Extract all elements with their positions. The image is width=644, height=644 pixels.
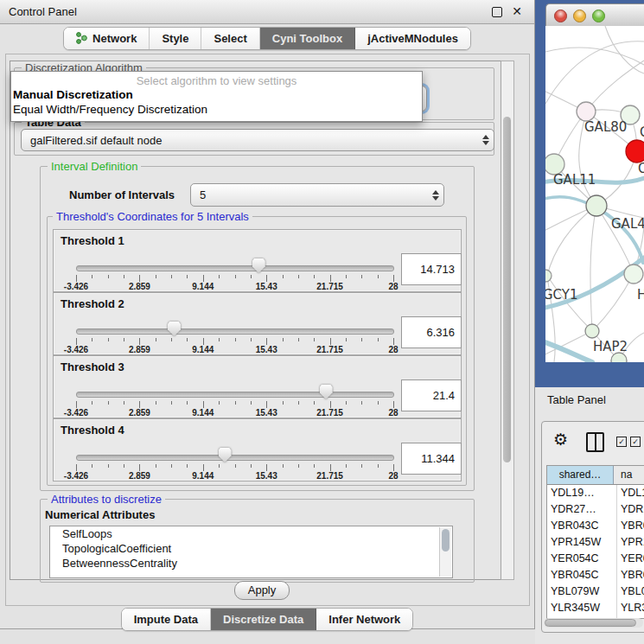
cell-shared-name[interactable]: YER054C bbox=[547, 551, 617, 567]
combobox-arrows-icon bbox=[428, 190, 443, 201]
thresholds-group-title: Threshold's Coordinates for 5 Intervals bbox=[53, 210, 252, 223]
attribute-item-betweennesscentrality[interactable]: BetweennessCentrality bbox=[50, 556, 452, 571]
algorithm-option-manual-discretization[interactable]: Manual Discretization bbox=[11, 87, 422, 102]
horizontal-scrollbar-thumb[interactable] bbox=[545, 619, 636, 627]
threshold-slider-track[interactable] bbox=[76, 328, 394, 335]
cell-name[interactable]: YDR2 bbox=[617, 501, 644, 518]
algorithm-popup-hint: Select algorithm to view settings bbox=[11, 74, 422, 87]
list-scrollbar[interactable] bbox=[439, 527, 451, 577]
network-node[interactable] bbox=[545, 270, 552, 282]
numerical-attributes-label: Numerical Attributes bbox=[45, 508, 155, 521]
tab-select[interactable]: Select bbox=[201, 28, 259, 49]
horizontal-scrollbar[interactable] bbox=[544, 618, 643, 628]
cell-name[interactable]: YBR0 bbox=[617, 567, 644, 583]
network-graph: GAL80GACGAL11GAL4GCY1HHAP2 bbox=[545, 26, 644, 362]
cell-name[interactable]: YLR3 bbox=[617, 600, 644, 616]
cell-name[interactable]: YPR1 bbox=[617, 534, 644, 551]
numerical-attributes-list[interactable]: SelfLoopsTopologicalCoefficientBetweenne… bbox=[49, 526, 453, 578]
column-header-shared-name[interactable]: shared… bbox=[547, 466, 614, 484]
table-row[interactable]: YBL079WYBL0 bbox=[547, 583, 644, 600]
table-row[interactable]: YDR27…YDR2 bbox=[547, 501, 644, 518]
float-window-icon[interactable] bbox=[492, 7, 502, 17]
table-row[interactable]: YER054CYER0 bbox=[547, 551, 644, 567]
cell-name[interactable]: YDL1 bbox=[617, 485, 644, 501]
zoom-traffic-light[interactable] bbox=[592, 10, 605, 22]
threshold-label: Threshold 3 bbox=[61, 360, 124, 373]
network-node[interactable] bbox=[586, 195, 607, 216]
checkbox-icon[interactable]: ✓ bbox=[630, 437, 641, 447]
network-node[interactable] bbox=[626, 140, 644, 163]
tab-style[interactable]: Style bbox=[150, 28, 201, 49]
vertical-scrollbar[interactable] bbox=[501, 61, 514, 580]
table-data-combobox[interactable]: galFiltered.sif default node bbox=[21, 129, 494, 151]
threshold-value-field[interactable]: 14.713 bbox=[401, 253, 462, 285]
network-node[interactable] bbox=[577, 102, 596, 121]
threshold-slider-track[interactable] bbox=[76, 392, 394, 398]
control-panel-titlebar[interactable]: Control Panel ✕ bbox=[0, 0, 534, 24]
cell-shared-name[interactable]: YBR045C bbox=[547, 567, 617, 583]
cell-shared-name[interactable]: YDL19… bbox=[547, 485, 617, 501]
cell-shared-name[interactable]: YBR043C bbox=[547, 518, 617, 534]
tab-impute-data[interactable]: Impute Data bbox=[122, 609, 211, 630]
threshold-slider-track[interactable] bbox=[76, 455, 394, 461]
column-header-name[interactable]: na bbox=[614, 466, 644, 484]
table-row[interactable]: YBR043CYBR0 bbox=[547, 518, 644, 534]
network-canvas[interactable]: GAL80GACGAL11GAL4GCY1HHAP2 bbox=[545, 26, 644, 362]
control-panel-tabbar: NetworkStyleSelectCyni ToolboxjActiveMNo… bbox=[0, 27, 534, 50]
split-panel-icon[interactable] bbox=[586, 432, 604, 452]
threshold-value-field[interactable]: 11.344 bbox=[401, 443, 462, 475]
vertical-scrollbar-thumb[interactable] bbox=[503, 117, 511, 462]
close-traffic-light[interactable] bbox=[554, 10, 567, 22]
slider-thumb-shape bbox=[252, 258, 265, 273]
minimize-traffic-light[interactable] bbox=[573, 10, 586, 22]
cell-shared-name[interactable]: YLR345W bbox=[547, 600, 617, 616]
table-panel-title: Table Panel bbox=[547, 393, 606, 406]
threshold-value-field[interactable]: 21.4 bbox=[401, 379, 462, 411]
threshold-slider-thumb[interactable] bbox=[252, 258, 265, 273]
table-row[interactable]: YLR345WYLR3 bbox=[547, 600, 644, 616]
threshold-slider-thumb[interactable] bbox=[219, 448, 232, 462]
table-row[interactable]: YPR145WYPR1 bbox=[547, 534, 644, 551]
network-window-frame[interactable]: GAL80GACGAL11GAL4GCY1HHAP2 bbox=[535, 0, 644, 387]
cell-shared-name[interactable]: YPR145W bbox=[547, 534, 617, 551]
cell-shared-name[interactable]: YDR27… bbox=[547, 501, 617, 518]
control-panel-title: Control Panel bbox=[9, 0, 77, 23]
gear-icon[interactable]: ⚙ bbox=[553, 431, 568, 448]
network-window-titlebar[interactable] bbox=[545, 3, 644, 28]
tab-label: jActiveMNodules bbox=[367, 32, 458, 45]
tab-discretize-data[interactable]: Discretize Data bbox=[211, 609, 316, 630]
threshold-slider-track[interactable] bbox=[76, 265, 394, 271]
network-node[interactable] bbox=[624, 265, 643, 284]
apply-button[interactable]: Apply bbox=[234, 581, 290, 600]
threshold-label: Threshold 2 bbox=[61, 297, 124, 310]
attribute-item-topologicalcoefficient[interactable]: TopologicalCoefficient bbox=[50, 541, 452, 556]
cell-name[interactable]: YBL0 bbox=[617, 583, 644, 600]
algorithm-option-equal-width-frequency-discretization[interactable]: Equal Width/Frequency Discretization bbox=[11, 102, 422, 117]
node-label-gal4: GAL4 bbox=[611, 216, 644, 232]
tab-label: Infer Network bbox=[328, 613, 400, 626]
slider-thumb-shape bbox=[320, 385, 333, 399]
checkbox-icon[interactable]: ✓ bbox=[616, 437, 627, 447]
threshold-slider-thumb[interactable] bbox=[168, 322, 181, 336]
tab-jactivemnodules[interactable]: jActiveMNodules bbox=[355, 28, 470, 49]
table-row[interactable]: YDL19…YDL1 bbox=[547, 485, 644, 501]
tab-network[interactable]: Network bbox=[64, 28, 150, 49]
table-panel-window: ⚙ ✓ ✓ shared… na YDL19…YDL1YDR27…YDR2YBR… bbox=[541, 421, 644, 633]
tab-cyni-toolbox[interactable]: Cyni Toolbox bbox=[260, 28, 355, 49]
network-node[interactable] bbox=[585, 324, 599, 338]
cell-shared-name[interactable]: YBL079W bbox=[547, 583, 617, 600]
number-of-intervals-combobox[interactable]: 5 bbox=[190, 183, 444, 207]
node-label-gal11: GAL11 bbox=[553, 172, 596, 188]
node-label-gal80: GAL80 bbox=[584, 119, 627, 135]
threshold-slider-thumb[interactable] bbox=[320, 385, 333, 399]
tab-infer-network[interactable]: Infer Network bbox=[316, 609, 412, 630]
bottom-tabbar: Impute DataDiscretize DataInfer Network bbox=[0, 608, 534, 631]
attribute-item-selfloops[interactable]: SelfLoops bbox=[50, 526, 452, 541]
node-label-c: C bbox=[638, 161, 644, 176]
close-icon[interactable]: ✕ bbox=[512, 0, 522, 23]
cell-name[interactable]: YER0 bbox=[617, 551, 644, 567]
tab-label: Discretize Data bbox=[223, 613, 303, 626]
cell-name[interactable]: YBR0 bbox=[617, 518, 644, 534]
table-row[interactable]: YBR045CYBR0 bbox=[547, 567, 644, 583]
threshold-value-field[interactable]: 6.316 bbox=[401, 316, 462, 348]
